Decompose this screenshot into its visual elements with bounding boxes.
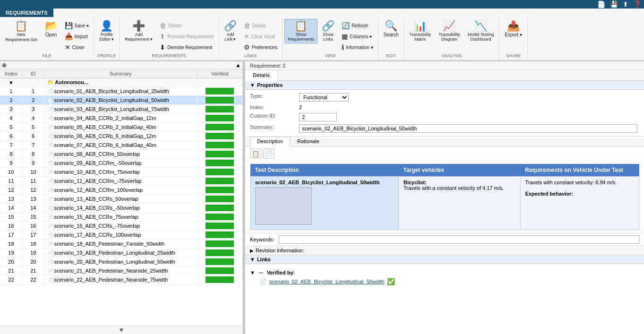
row-verified bbox=[197, 96, 242, 105]
table-row[interactable]: 15 15 📄 scenario_15_AEB_CCRs_75overlap bbox=[0, 213, 243, 222]
folder-row[interactable]: ▼ 📁 Autonomou... bbox=[0, 78, 243, 87]
top-icon-2[interactable]: 💾 bbox=[610, 0, 618, 8]
verified-bar bbox=[206, 115, 234, 121]
top-icon-4[interactable]: ❓ bbox=[633, 0, 641, 8]
close-label: Close bbox=[72, 45, 85, 50]
add-link-button[interactable]: 🔗 AddLink ▾ bbox=[221, 19, 240, 43]
show-req-label: ShowRequirements bbox=[288, 32, 314, 42]
custom-id-input[interactable] bbox=[299, 113, 337, 121]
target-vehicle-text: Travels with a constant velocity of 4.17… bbox=[404, 185, 504, 191]
row-summary: 📄 scenario_12_AEB_CCRm_100overlap bbox=[44, 186, 197, 195]
ribbon-tab-requirements[interactable]: REQUIREMENTS bbox=[0, 9, 53, 17]
row-summary: 📄 scenario_14_AEB_CCRs_-50overlap bbox=[44, 204, 197, 213]
scroll-down-arrow[interactable]: ▼ bbox=[119, 326, 125, 334]
show-requirements-button[interactable]: 📋 ShowRequirements bbox=[284, 19, 318, 43]
row-index: 7 bbox=[0, 141, 22, 150]
row-doc-icon: 📄 bbox=[47, 223, 54, 229]
desc-tool-btn-2[interactable]: 📄 bbox=[263, 148, 275, 159]
row-doc-icon: 📄 bbox=[47, 89, 54, 94]
preferences-button[interactable]: ⚙ Preferences bbox=[241, 42, 280, 52]
refresh-button[interactable]: 🔄 Refresh bbox=[339, 20, 376, 31]
table-row[interactable]: 14 14 📄 scenario_14_AEB_CCRs_-50overlap bbox=[0, 204, 243, 213]
save-label: Save ▾ bbox=[75, 23, 89, 28]
table-row[interactable]: 5 5 📄 scenario_05_AEB_CCRb_2_initialGap_… bbox=[0, 123, 243, 132]
table-row[interactable]: 3 3 📄 scenario_03_AEB_Bicyclist_Longitud… bbox=[0, 105, 243, 114]
traceability-diagram-button[interactable]: 📈 TraceabilityDiagram bbox=[435, 19, 464, 43]
table-row[interactable]: 12 12 📄 scenario_12_AEB_CCRm_100overlap bbox=[0, 186, 243, 195]
file-group-label: FILE bbox=[2, 52, 92, 58]
traceability-matrix-button[interactable]: 📊 TraceabilityMatrix bbox=[406, 19, 434, 43]
clear-issue-button[interactable]: ✕ Clear Issue bbox=[241, 31, 280, 42]
desc-tool-btn-1[interactable]: 📋 bbox=[250, 148, 261, 159]
table-row[interactable]: 2 2 📄 scenario_02_AEB_Bicyclist_Longitud… bbox=[0, 96, 243, 105]
properties-section-header[interactable]: ▼ Properties bbox=[245, 81, 644, 90]
table-row[interactable]: 7 7 📄 scenario_07_AEB_CCRb_6_initialGap_… bbox=[0, 141, 243, 150]
details-tab-bar: Details bbox=[245, 70, 644, 81]
index-value: 2 bbox=[297, 103, 639, 111]
demote-icon: ⬇ bbox=[160, 43, 165, 51]
add-requirement-button[interactable]: ➕ AddRequirement ▾ bbox=[121, 19, 156, 43]
collapse-verified-icon[interactable]: ▼ bbox=[250, 270, 255, 275]
panel-scroll-up[interactable]: ▲ bbox=[235, 62, 241, 69]
row-summary: 📄 scenario_06_AEB_CCRb_6_initialGap_12m bbox=[44, 132, 197, 141]
open-button[interactable]: 📂 Open bbox=[42, 19, 61, 39]
target-vehicle-cell: Bicyclist: Travels with a constant veloc… bbox=[398, 177, 520, 230]
top-icon-1[interactable]: 📄 bbox=[597, 0, 605, 8]
table-row[interactable]: 20 20 📄 scenario_20_AEB_Pedestrian_Longi… bbox=[0, 257, 243, 266]
summary-input[interactable] bbox=[299, 124, 637, 133]
promote-req-button[interactable]: ⬆ Promote Requirement bbox=[157, 31, 216, 42]
profile-group-label: PROFILE bbox=[96, 52, 117, 58]
table-row[interactable]: 17 17 📄 scenario_17_AEB_CCRs_100overlap bbox=[0, 231, 243, 240]
table-row[interactable]: 21 21 📄 scenario_21_AEB_Pedestrian_Nears… bbox=[0, 266, 243, 275]
link-text[interactable]: scenario_02_AEB_Bicyclist_Longitudinal_5… bbox=[269, 279, 384, 284]
tab-details[interactable]: Details bbox=[245, 70, 278, 81]
table-row[interactable]: 1 1 📄 scenario_01_AEB_Bicyclist_Longitud… bbox=[0, 87, 243, 96]
search-button[interactable]: 🔍 Search bbox=[380, 19, 402, 39]
row-index: 13 bbox=[0, 195, 22, 204]
table-row[interactable]: 10 10 📄 scenario_10_AEB_CCRm_75overlap bbox=[0, 168, 243, 177]
table-row[interactable]: 22 22 📄 scenario_22_AEB_Pedestrian_Nears… bbox=[0, 275, 243, 284]
traceability-matrix-label: TraceabilityMatrix bbox=[409, 32, 431, 42]
verified-by-label: Verified by: bbox=[267, 270, 295, 275]
delete-req-button[interactable]: 🗑 Delete bbox=[157, 20, 216, 31]
delete-link-button[interactable]: 🗑 Delete bbox=[241, 20, 280, 31]
table-row[interactable]: 13 13 📄 scenario_13_AEB_CCRs_50overlap bbox=[0, 195, 243, 204]
model-testing-dashboard-button[interactable]: 📉 Model TestingDashboard bbox=[464, 19, 497, 43]
revision-row[interactable]: ▶ Revision information: bbox=[245, 246, 644, 255]
information-button[interactable]: ℹ Information ▾ bbox=[339, 42, 376, 52]
export-icon: 📤 bbox=[507, 21, 520, 31]
model-testing-label: Model TestingDashboard bbox=[468, 32, 494, 42]
close-button[interactable]: ✕ Close bbox=[62, 42, 92, 52]
delete-req-label: Delete bbox=[168, 23, 182, 28]
profile-editor-button[interactable]: 👤 ProfileEditor ▾ bbox=[96, 19, 117, 43]
link-verified-icon: ✅ bbox=[387, 278, 395, 285]
folder-name: Autonomou... bbox=[55, 79, 88, 85]
verified-bar bbox=[206, 160, 234, 166]
table-row[interactable]: 6 6 📄 scenario_06_AEB_CCRb_6_initialGap_… bbox=[0, 132, 243, 141]
top-icon-3[interactable]: ⬆ bbox=[623, 0, 628, 8]
show-links-button[interactable]: 🔗 ShowLinks bbox=[318, 19, 338, 43]
ribbon-group-file: 📋 NewRequirement Set 📂 Open 💾 Save ▾ bbox=[0, 18, 94, 59]
import-button[interactable]: 📥 Import bbox=[62, 31, 92, 42]
save-button[interactable]: 💾 Save ▾ bbox=[62, 20, 92, 31]
table-row[interactable]: 11 11 📄 scenario_11_AEB_CCRm_-75overlap bbox=[0, 177, 243, 186]
columns-button[interactable]: ▦ Columns ▾ bbox=[339, 31, 376, 42]
export-button[interactable]: 📤 Export ▾ bbox=[501, 19, 525, 39]
panel-sort-icon[interactable]: ⊕ bbox=[2, 62, 7, 69]
verified-bar bbox=[206, 214, 234, 220]
links-section-header[interactable]: ▼ Links bbox=[245, 255, 644, 264]
table-row[interactable]: 4 4 📄 scenario_04_AEB_CCRb_2_initialGap_… bbox=[0, 114, 243, 123]
type-select[interactable]: Functional Non-Functional Design bbox=[299, 93, 349, 102]
new-requirement-set-button[interactable]: 📋 NewRequirement Set bbox=[2, 19, 41, 44]
keywords-input[interactable] bbox=[279, 235, 639, 244]
demote-req-button[interactable]: ⬇ Demote Requirement bbox=[157, 42, 216, 52]
row-verified bbox=[197, 168, 242, 177]
tab-rationale[interactable]: Rationale bbox=[290, 137, 326, 146]
tab-description[interactable]: Description bbox=[250, 137, 290, 146]
table-row[interactable]: 16 16 📄 scenario_16_AEB_CCRs_-75overlap bbox=[0, 222, 243, 231]
table-row[interactable]: 9 9 📄 scenario_09_AEB_CCRm_-50overlap bbox=[0, 159, 243, 168]
table-row[interactable]: 8 8 📄 scenario_08_AEB_CCRm_50overlap bbox=[0, 150, 243, 159]
ribbon-group-share: 📤 Export ▾ SHARE bbox=[499, 18, 528, 59]
table-row[interactable]: 19 19 📄 scenario_19_AEB_Pedestrian_Longi… bbox=[0, 248, 243, 257]
table-row[interactable]: 18 18 📄 scenario_18_AEB_Pedestrian_Farsi… bbox=[0, 240, 243, 248]
